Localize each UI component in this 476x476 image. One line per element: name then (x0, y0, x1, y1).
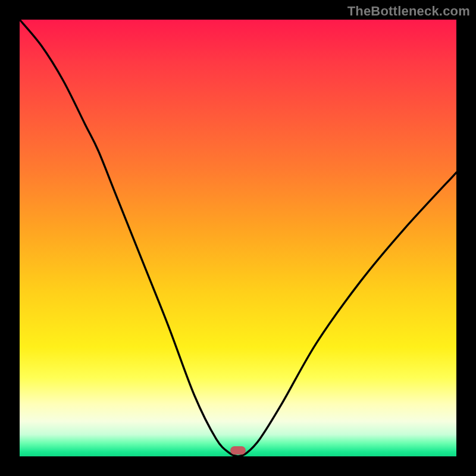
chart-frame: TheBottleneck.com (0, 0, 476, 476)
optimum-marker (230, 446, 246, 455)
plot-area (20, 20, 456, 456)
bottleneck-curve (20, 20, 456, 456)
watermark-text: TheBottleneck.com (347, 4, 470, 19)
